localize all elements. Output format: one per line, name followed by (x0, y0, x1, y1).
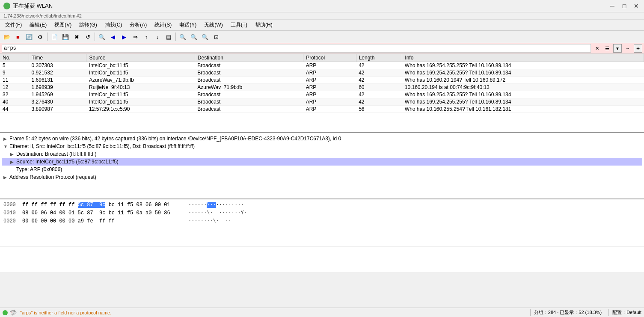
filter-add-button[interactable]: + (634, 44, 642, 53)
toolbar-find-button[interactable]: 🔍 (97, 32, 107, 42)
hex-line-2: 0020 00 00 00 00 00 00 a9 fe ff ff ·····… (3, 217, 641, 225)
status-bar: 🦈 "arps" is neither a field nor a protoc… (0, 308, 644, 317)
menu-help[interactable]: 帮助(H) (252, 21, 276, 30)
hex-offset-2: 0020 (3, 218, 19, 225)
frame-text: Frame 5: 42 bytes on wire (336 bits), 42… (9, 136, 341, 142)
toolbar-zoom-reset-button[interactable]: 🔍 (200, 32, 210, 42)
table-row[interactable]: 321.945269IntelCor_bc:11:f5BroadcastARP4… (0, 91, 644, 98)
menu-analyze[interactable]: 分析(A) (126, 21, 150, 30)
detail-type[interactable]: Type: ARP (0x0806) (2, 166, 642, 173)
cell-info: Who has 169.254.255.255? Tell 10.160.89.… (402, 98, 644, 106)
toolbar-options-button[interactable]: ⚙ (35, 32, 45, 42)
filter-bookmark-button[interactable]: ☰ (603, 44, 611, 53)
table-row[interactable]: 111.696131AzureWav_71:9b:fbBroadcastARP4… (0, 77, 644, 84)
toolbar-zoom-out-button[interactable]: 🔍 (189, 32, 199, 42)
maximize-button[interactable]: □ (620, 2, 629, 10)
col-time[interactable]: Time (29, 54, 86, 62)
toolbar-colorize-button[interactable]: ▤ (163, 32, 174, 42)
col-length[interactable]: Length (356, 54, 402, 62)
col-no[interactable]: No. (0, 54, 29, 62)
menu-edit[interactable]: 编辑(E) (26, 21, 50, 30)
empty-area (0, 246, 644, 272)
hex-dump[interactable]: 0000 ff ff ff ff ff ff 5c 87 9c bc 11 f5… (0, 199, 644, 246)
cell-info: Who has 169.254.255.255? Tell 10.160.89.… (402, 69, 644, 77)
cell-destination: Broadcast (195, 77, 303, 84)
detail-frame[interactable]: ▶ Frame 5: 42 bytes on wire (336 bits), … (2, 135, 642, 142)
detail-ethernet[interactable]: ▼ Ethernet II, Src: IntelCor_bc:11:f5 (5… (2, 142, 642, 150)
toolbar-open-button[interactable]: 📂 (2, 32, 12, 42)
toolbar-forward-button[interactable]: ▶ (119, 32, 129, 42)
cell-length: 42 (356, 98, 402, 106)
menu-tools[interactable]: 工具(T) (227, 21, 251, 30)
menu-file[interactable]: 文件(F) (2, 21, 25, 30)
toolbar-stop-button[interactable]: ■ (13, 32, 23, 42)
filter-bar: ✕ ☰ ▼ → + (0, 43, 644, 54)
cell-time: 0.307303 (29, 62, 86, 69)
toolbar-close-button[interactable]: ✖ (71, 32, 82, 42)
cell-no: 12 (0, 84, 29, 91)
table-row[interactable]: 443.89098712:57:29:1c:c5:90BroadcastARP5… (0, 106, 644, 113)
detail-dest[interactable]: ▶ Destination: Broadcast (ff:ff:ff:ff:ff… (2, 150, 642, 158)
toolbar-open-file-button[interactable]: 📄 (49, 32, 59, 42)
menu-capture[interactable]: 捕获(C) (101, 21, 126, 30)
capture-indicator: 🦈 (3, 309, 17, 316)
cell-length: 42 (356, 62, 402, 69)
cell-no: 5 (0, 62, 29, 69)
table-row[interactable]: 121.698939RuijieNe_9f:40:13AzureWav_71:9… (0, 84, 644, 91)
table-row[interactable]: 50.307303IntelCor_bc:11:f5BroadcastARP42… (0, 62, 644, 69)
cell-source: IntelCor_bc:11:f5 (86, 91, 195, 98)
cell-time: 1.698939 (29, 84, 86, 91)
toolbar-last-button[interactable]: ↓ (152, 32, 163, 42)
menu-view[interactable]: 视图(V) (51, 21, 75, 30)
col-destination[interactable]: Destination (195, 54, 303, 62)
dest-arrow: ▶ (10, 152, 15, 157)
toolbar-separator-3 (175, 33, 176, 41)
menu-telephony[interactable]: 电话(Y) (176, 21, 200, 30)
hex-bytes-2: 00 00 00 00 00 00 a9 fe ff ff (22, 218, 185, 225)
window-controls: ─ □ ✕ (608, 2, 641, 10)
cell-no: 40 (0, 98, 29, 106)
detail-src[interactable]: ▶ Source: IntelCor_bc:11:f5 (5c:87:9c:bc… (2, 158, 642, 166)
url-text: 1.74.238/network/netlab/index.html#2 (3, 13, 82, 18)
status-groups: 分组：284 · 已显示：52 (18.3%) (530, 309, 602, 316)
filter-clear-button[interactable]: ✕ (593, 44, 601, 53)
toolbar-back-button[interactable]: ◀ (108, 32, 118, 42)
toolbar-first-button[interactable]: ↑ (141, 32, 151, 42)
menu-statistics[interactable]: 统计(S) (151, 21, 175, 30)
menu-go[interactable]: 跳转(G) (76, 21, 100, 30)
toolbar-zoom-in-button[interactable]: 🔍 (178, 32, 188, 42)
filter-dropdown-button[interactable]: ▼ (613, 44, 622, 53)
toolbar-resize-button[interactable]: ⊡ (211, 32, 221, 42)
cell-time: 0.921532 (29, 69, 86, 77)
table-row[interactable]: 403.276430IntelCor_bc:11:f5BroadcastARP4… (0, 98, 644, 106)
packet-details[interactable]: ▶ Frame 5: 42 bytes on wire (336 bits), … (0, 133, 644, 199)
minimize-button[interactable]: ─ (608, 2, 617, 10)
packet-table: No. Time Source Destination Protocol Len… (0, 54, 644, 113)
toolbar-save-button[interactable]: 💾 (60, 32, 71, 42)
col-protocol[interactable]: Protocol (303, 54, 356, 62)
toolbar-separator-1 (47, 33, 47, 41)
status-right: 分组：284 · 已显示：52 (18.3%) 配置：Default (530, 309, 641, 316)
packet-list[interactable]: No. Time Source Destination Protocol Len… (0, 54, 644, 133)
hex-bytes-0: ff ff ff ff ff ff 5c 87 9c bc 11 f5 08 0… (22, 201, 185, 209)
hex-bytes-1: 08 00 06 04 00 01 5c 87 9c bc 11 f5 0a a… (22, 210, 185, 217)
packet-table-header: No. Time Source Destination Protocol Len… (0, 54, 644, 62)
detail-arp[interactable]: ▶ Address Resolution Protocol (request) (2, 173, 642, 181)
cell-protocol: ARP (303, 62, 356, 69)
cell-protocol: ARP (303, 69, 356, 77)
filter-input[interactable] (2, 44, 591, 53)
toolbar-reload-button[interactable]: ↺ (83, 32, 93, 42)
cell-info: Who has 10.160.255.254? Tell 10.161.182.… (402, 106, 644, 113)
toolbar-restart-button[interactable]: 🔄 (24, 32, 34, 42)
col-source[interactable]: Source (86, 54, 195, 62)
col-info[interactable]: Info (402, 54, 644, 62)
dest-text: Destination: Broadcast (ff:ff:ff:ff:ff:f… (16, 151, 96, 157)
menu-wireless[interactable]: 无线(W) (201, 21, 226, 30)
hex-ascii-0: ······\··········· (188, 201, 244, 209)
cell-protocol: ARP (303, 84, 356, 91)
cell-protocol: ARP (303, 106, 356, 113)
table-row[interactable]: 90.921532IntelCor_bc:11:f5BroadcastARP42… (0, 69, 644, 77)
filter-arrow-button[interactable]: → (623, 44, 632, 53)
close-button[interactable]: ✕ (632, 2, 641, 10)
toolbar-goto-button[interactable]: ⇒ (130, 32, 140, 42)
